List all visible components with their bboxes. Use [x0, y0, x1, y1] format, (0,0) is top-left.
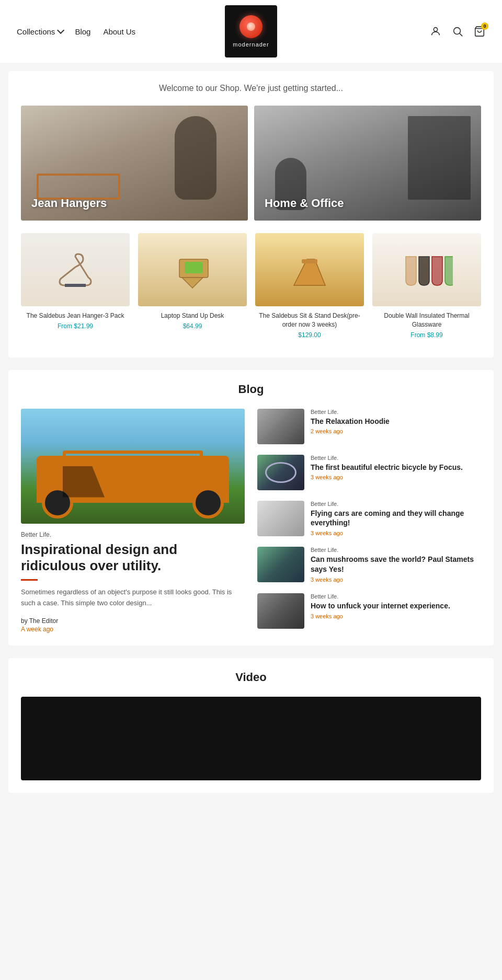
svg-marker-6	[182, 278, 203, 288]
product-image-2	[255, 233, 364, 306]
welcome-text: Welcome to our Shop. We're just getting …	[21, 84, 481, 93]
video-title: Video	[21, 671, 481, 684]
blog-item-category-2: Better Life.	[311, 501, 481, 507]
banner-office-label: Home & Office	[265, 197, 344, 210]
product-price-0: From $21.99	[58, 322, 93, 330]
blog-item-time-2: 3 weeks ago	[311, 530, 481, 536]
svg-point-1	[454, 28, 461, 34]
product-card-2[interactable]: The Saldebus Sit & Stand Desk(pre-order …	[255, 233, 364, 339]
logo-box: modernader	[225, 5, 277, 57]
account-icon[interactable]	[430, 26, 441, 37]
product-card-3[interactable]: Double Wall Insulated Thermal Glassware …	[372, 233, 481, 339]
product-image-1	[138, 233, 247, 306]
blog-item-content-0: Better Life. The Relaxation Hoodie 2 wee…	[311, 409, 481, 444]
product-name-3: Double Wall Insulated Thermal Glassware	[372, 312, 481, 329]
blog-thumb-4	[257, 593, 304, 629]
blog-item-0[interactable]: Better Life. The Relaxation Hoodie 2 wee…	[257, 409, 481, 444]
blog-thumb-0	[257, 409, 304, 444]
main-nav: Collections Blog About Us	[17, 27, 135, 36]
search-icon[interactable]	[452, 26, 463, 37]
blog-divider	[21, 579, 38, 581]
product-card-0[interactable]: The Saldebus Jean Hanger-3 Pack From $21…	[21, 233, 130, 339]
blog-item-content-1: Better Life. The first beautiful electri…	[311, 455, 481, 490]
video-section: Video	[8, 658, 494, 793]
blog-excerpt: Sometimes regardless of an object's purp…	[21, 587, 245, 609]
blog-item-1[interactable]: Better Life. The first beautiful electri…	[257, 455, 481, 490]
svg-line-2	[460, 33, 462, 36]
blog-item-title-4: How to unfuck your internet experience.	[311, 601, 481, 611]
product-name-0: The Saldebus Jean Hanger-3 Pack	[27, 312, 124, 320]
blog-featured[interactable]: Better Life. Inspirational design and ri…	[21, 409, 245, 633]
logo-text: modernader	[233, 41, 269, 48]
blog-layout: Better Life. Inspirational design and ri…	[21, 409, 481, 633]
blog-item-3[interactable]: Better Life. Can mushrooms save the worl…	[257, 547, 481, 583]
cart-count: 0	[481, 22, 488, 30]
blog-item-content-3: Better Life. Can mushrooms save the worl…	[311, 547, 481, 583]
nav-about[interactable]: About Us	[103, 27, 135, 36]
product-name-2: The Saldebus Sit & Stand Desk(pre-order …	[255, 312, 364, 329]
blog-item-4[interactable]: Better Life. How to unfuck your internet…	[257, 593, 481, 629]
product-price-2: $129.00	[298, 331, 321, 339]
product-image-0	[21, 233, 130, 306]
product-card-1[interactable]: Laptop Stand Up Desk $64.99	[138, 233, 247, 339]
chevron-down-icon	[57, 27, 64, 34]
blog-item-content-4: Better Life. How to unfuck your internet…	[311, 593, 481, 629]
cart-icon[interactable]: 0	[474, 26, 485, 37]
nav-collections[interactable]: Collections	[17, 27, 62, 36]
product-price-3: From $8.99	[410, 331, 442, 339]
blog-author: by The Editor	[21, 617, 245, 625]
product-price-1: $64.99	[183, 322, 202, 330]
blog-thumb-2	[257, 501, 304, 536]
banner-jean-label: Jean Hangers	[31, 197, 107, 210]
blog-sidebar: Better Life. The Relaxation Hoodie 2 wee…	[257, 409, 481, 633]
nav-blog[interactable]: Blog	[75, 27, 90, 36]
header-icons: 0	[430, 26, 485, 37]
svg-rect-9	[302, 259, 317, 263]
blog-item-title-3: Can mushrooms save the world? Paul Stame…	[311, 555, 481, 574]
blog-item-category-0: Better Life.	[311, 409, 481, 415]
svg-rect-7	[185, 262, 203, 273]
blog-section: Blog Better Life. Inspi	[8, 370, 494, 645]
blog-item-category-3: Better Life.	[311, 547, 481, 553]
banner-jean-hangers[interactable]: Jean Hangers	[21, 106, 248, 221]
blog-item-title-0: The Relaxation Hoodie	[311, 417, 481, 426]
blog-item-category-4: Better Life.	[311, 593, 481, 599]
blog-item-title-2: Flying cars are coming and they will cha…	[311, 509, 481, 528]
shop-section: Welcome to our Shop. We're just getting …	[8, 71, 494, 358]
blog-thumb-3	[257, 547, 304, 582]
blog-item-time-1: 3 weeks ago	[311, 474, 481, 480]
product-name-1: Laptop Stand Up Desk	[161, 312, 224, 320]
blog-item-2[interactable]: Better Life. Flying cars are coming and …	[257, 501, 481, 537]
blog-item-title-1: The first beautiful electric bicycle by …	[311, 463, 481, 472]
banner-home-office[interactable]: Home & Office	[254, 106, 481, 221]
blog-item-time-3: 3 weeks ago	[311, 577, 481, 583]
blog-item-content-2: Better Life. Flying cars are coming and …	[311, 501, 481, 537]
collection-banners: Jean Hangers Home & Office	[21, 106, 481, 221]
site-header: Collections Blog About Us modernader	[0, 0, 502, 63]
blog-featured-title: Inspirational design and ridiculous over…	[21, 541, 245, 574]
blog-item-category-1: Better Life.	[311, 455, 481, 461]
svg-point-0	[433, 28, 437, 31]
blog-time: A week ago	[21, 626, 245, 633]
blog-thumb-1	[257, 455, 304, 490]
blog-featured-image	[21, 409, 245, 524]
logo-inner-circle	[247, 22, 255, 31]
logo[interactable]: modernader	[225, 5, 277, 57]
products-grid: The Saldebus Jean Hanger-3 Pack From $21…	[21, 233, 481, 339]
video-placeholder	[21, 697, 481, 780]
blog-item-time-0: 2 weeks ago	[311, 428, 481, 434]
blog-item-time-4: 3 weeks ago	[311, 613, 481, 619]
product-image-3	[372, 233, 481, 306]
blog-title: Blog	[21, 383, 481, 396]
logo-icon	[239, 15, 263, 38]
blog-featured-category: Better Life.	[21, 531, 245, 538]
